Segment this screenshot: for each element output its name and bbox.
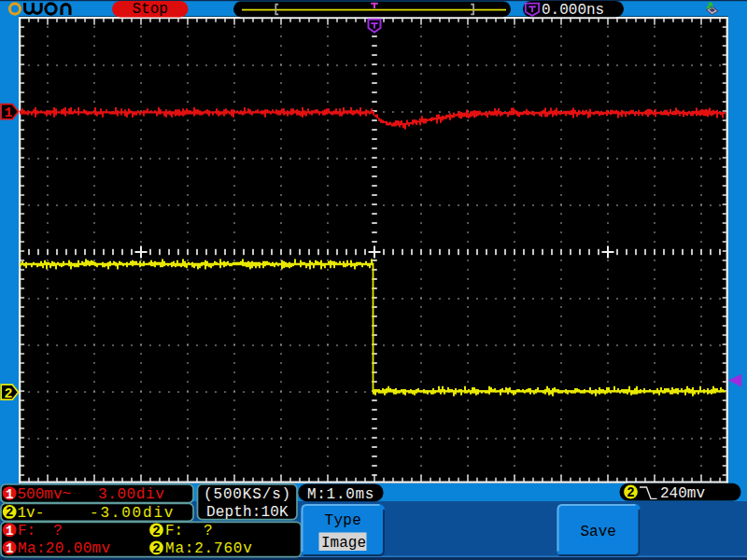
svg-text:1: 1 [5, 105, 13, 121]
svg-text:500mv~: 500mv~ [18, 486, 72, 503]
svg-text:1: 1 [6, 524, 13, 539]
svg-text:Image: Image [321, 535, 366, 552]
svg-text:Type: Type [325, 512, 362, 529]
svg-text:Stop: Stop [133, 1, 168, 18]
svg-text:-3.00div: -3.00div [90, 505, 175, 522]
svg-text:0.000ns: 0.000ns [542, 2, 604, 19]
svg-text:F:: F: [165, 523, 183, 539]
svg-text:?: ? [204, 523, 213, 539]
svg-text:(500KS/s): (500KS/s) [204, 486, 291, 503]
svg-text:2: 2 [6, 505, 13, 520]
svg-text:Ma:2.760v: Ma:2.760v [165, 540, 253, 557]
svg-text:2: 2 [5, 386, 13, 402]
svg-text:2: 2 [152, 541, 160, 556]
svg-text:1: 1 [6, 487, 13, 502]
svg-text:F:: F: [18, 523, 35, 539]
svg-text:Depth:10K: Depth:10K [206, 504, 289, 521]
svg-text:2: 2 [627, 485, 634, 500]
svg-text:240mv: 240mv [660, 485, 705, 502]
svg-text:M:1.0ms: M:1.0ms [307, 486, 374, 503]
svg-text:1v-: 1v- [18, 505, 45, 522]
svg-text:?: ? [53, 523, 63, 539]
svg-text:1: 1 [6, 541, 13, 556]
svg-text:Save: Save [581, 524, 616, 540]
svg-text:3.00div: 3.00div [98, 486, 164, 503]
svg-text:Ma:20.00mv: Ma:20.00mv [18, 540, 111, 557]
svg-text:2: 2 [152, 524, 160, 539]
